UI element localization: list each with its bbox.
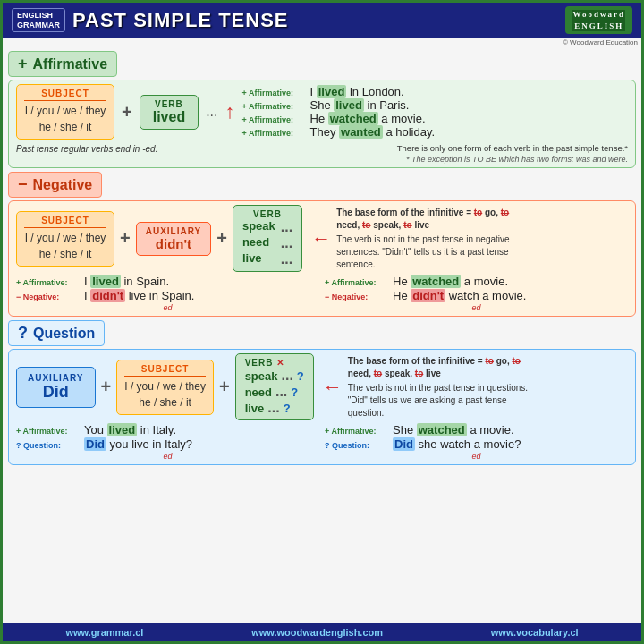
- negative-label: Negative: [33, 177, 93, 193]
- neg-examples-left: + Affirmative: I lived in Spain. − Negat…: [16, 275, 319, 312]
- q-auxiliary-label: AUXILIARY: [28, 373, 84, 383]
- q-ex-aff-1: + Affirmative: You lived in Italy.: [16, 423, 319, 436]
- hl-watched-neg: watched: [411, 275, 461, 288]
- neg-neg-label-1: − Negative:: [16, 292, 80, 301]
- q-subject-text: I / you / we / they he / she / it: [124, 376, 206, 411]
- hl-lived-neg: lived: [90, 275, 121, 288]
- q-mark-3: ?: [284, 402, 291, 415]
- up-arrow-icon: ↑: [225, 100, 235, 123]
- aff-label-2: + Affirmative:: [242, 102, 307, 111]
- hl-watched-q: watched: [417, 423, 467, 436]
- aff-label-4: + Affirmative:: [242, 129, 307, 138]
- aff-example-4: + Affirmative: They wanted a holiday.: [242, 125, 629, 139]
- neg-aff-sentence-1: I lived in Spain.: [84, 275, 169, 288]
- main-content: + Affirmative SUBJECT I / you / we / the…: [3, 47, 641, 623]
- question-examples: + Affirmative: You lived in Italy. ? Que…: [16, 423, 628, 461]
- neg-subject-line1: I / you / we / they: [24, 230, 106, 246]
- aff-label-3: + Affirmative:: [242, 115, 307, 124]
- verb-text: lived: [153, 109, 185, 125]
- negative-header: − Negative: [8, 172, 102, 198]
- question-section: ? Question AUXILIARY Did + SUBJECT I / y…: [8, 320, 636, 465]
- neg-examples-right: + Affirmative: He watched a movie. − Neg…: [325, 275, 628, 312]
- q-ex-aff-2: + Affirmative: She watched a movie.: [325, 423, 628, 436]
- neg-ed-note-2: ed: [325, 303, 628, 312]
- q-plus-2: +: [219, 377, 230, 397]
- neg-verb-box: VERB speak ... need ... live ...: [233, 205, 302, 272]
- neg-verb-need-text: need: [242, 235, 269, 251]
- q-dots-3: ...: [267, 400, 279, 416]
- aff-sentence-1: I lived in London.: [310, 85, 404, 98]
- q-ex-q-1: ? Question: Did you live in Italy?: [16, 437, 319, 451]
- subject-box: SUBJECT I / you / we / they he / she / i…: [16, 84, 114, 140]
- neg-right-notes: The base form of the infinitive = to go,…: [336, 207, 533, 271]
- affirmative-section: + Affirmative SUBJECT I / you / we / the…: [8, 51, 636, 168]
- neg-ex-aff-2: + Affirmative: He watched a movie.: [325, 275, 628, 288]
- neg-note-2: The verb is not in the past tense in neg…: [336, 233, 533, 271]
- auxiliary-box: AUXILIARY didn't: [136, 222, 212, 256]
- affirmative-examples: + Affirmative: I lived in London. + Affi…: [242, 85, 629, 139]
- footer: www.grammar.cl www.woodwardenglish.com w…: [3, 623, 641, 641]
- neg-verb-live-text: live: [242, 251, 262, 267]
- q-aff-label-1: + Affirmative:: [16, 427, 80, 436]
- affirmative-header: + Affirmative: [8, 51, 117, 77]
- footer-link-1[interactable]: www.grammar.cl: [65, 627, 143, 638]
- neg-ex-aff-1: + Affirmative: I lived in Spain.: [16, 275, 319, 288]
- verb-box: VERB lived: [140, 95, 199, 130]
- neg-aff-sentence-2: He watched a movie.: [393, 275, 508, 288]
- neg-verb-speak: speak ...: [242, 219, 292, 235]
- woodward-text: Woodward: [572, 10, 625, 21]
- q-q-sentence-2: Did she watch a movie?: [393, 437, 521, 451]
- auxiliary-label: AUXILIARY: [146, 226, 202, 236]
- q-mark-1: ?: [297, 369, 304, 383]
- q-dots-2: ...: [275, 384, 287, 400]
- hl-didnt-2: didn't: [411, 289, 445, 302]
- q-ed-note-2: ed: [325, 452, 628, 461]
- question-header: ? Question: [8, 320, 105, 346]
- plus-icon: +: [122, 102, 132, 123]
- question-box: AUXILIARY Did + SUBJECT I / you / we / t…: [8, 349, 636, 465]
- q-verb-live: live ... ?: [245, 400, 304, 416]
- neg-subject-box: SUBJECT I / you / we / they he / she / i…: [16, 211, 114, 267]
- neg-aff-label-1: + Affirmative:: [16, 278, 80, 287]
- neg-plus-1: +: [120, 228, 131, 249]
- question-formula: AUXILIARY Did + SUBJECT I / you / we / t…: [16, 353, 628, 420]
- q-q-label-2: ? Question:: [325, 441, 389, 450]
- subject-label: SUBJECT: [24, 89, 106, 98]
- q-verb-need: need ... ?: [245, 384, 304, 400]
- q-verb-speak: speak ... ?: [245, 368, 304, 384]
- grammar-badge: ENGLISH GRAMMAR: [12, 8, 65, 33]
- aff-example-1: + Affirmative: I lived in London.: [242, 85, 629, 98]
- question-sign: ?: [18, 324, 28, 343]
- auxiliary-text: didn't: [146, 236, 202, 251]
- hl-didnt-1: didn't: [90, 289, 125, 302]
- hl-did-1: Did: [84, 437, 106, 451]
- neg-ex-neg-1: − Negative: I didn't live in Spain.: [16, 289, 319, 302]
- aff-example-2: + Affirmative: She lived in Paris.: [242, 98, 629, 112]
- hl-watched-1: watched: [328, 112, 378, 125]
- hl-lived-2: lived: [334, 98, 364, 112]
- q-examples-left: + Affirmative: You lived in Italy. ? Que…: [16, 423, 319, 461]
- q-plus-1: +: [101, 377, 112, 397]
- q-subject-line1: I / you / we / they: [124, 378, 206, 394]
- grammar-label: GRAMMAR: [17, 21, 60, 30]
- footer-link-3[interactable]: www.vocabulary.cl: [491, 627, 579, 638]
- neg-verb-speak-text: speak: [242, 219, 275, 235]
- subject-line1: I / you / we / they: [24, 103, 106, 119]
- english-label: ENGLISH: [17, 11, 60, 21]
- neg-neg-sentence-1: I didn't live in Spain.: [84, 289, 194, 302]
- dots: ...: [206, 104, 217, 120]
- neg-dots-1: ...: [281, 219, 292, 235]
- q-verb-label: VERB ✕: [245, 358, 304, 368]
- neg-subject-line2: he / she / it: [24, 246, 106, 262]
- footer-link-2[interactable]: www.woodwardenglish.com: [251, 627, 383, 638]
- affirmative-notes: Past tense regular verbs end in -ed. The…: [16, 141, 628, 154]
- q-examples-right: + Affirmative: She watched a movie. ? Qu…: [325, 423, 628, 461]
- q-dots-1: ...: [282, 368, 293, 384]
- neg-plus-2: +: [216, 228, 227, 249]
- q-arrow-icon: ←: [323, 376, 343, 399]
- q-subject-line2: he / she / it: [124, 394, 206, 411]
- neg-verb-label: VERB: [242, 209, 292, 219]
- q-aff-sentence-2: She watched a movie.: [393, 423, 514, 436]
- affirmative-formula: SUBJECT I / you / we / they he / she / i…: [16, 84, 628, 140]
- q-right-notes: The base form of the infinitive = to go,…: [348, 355, 545, 419]
